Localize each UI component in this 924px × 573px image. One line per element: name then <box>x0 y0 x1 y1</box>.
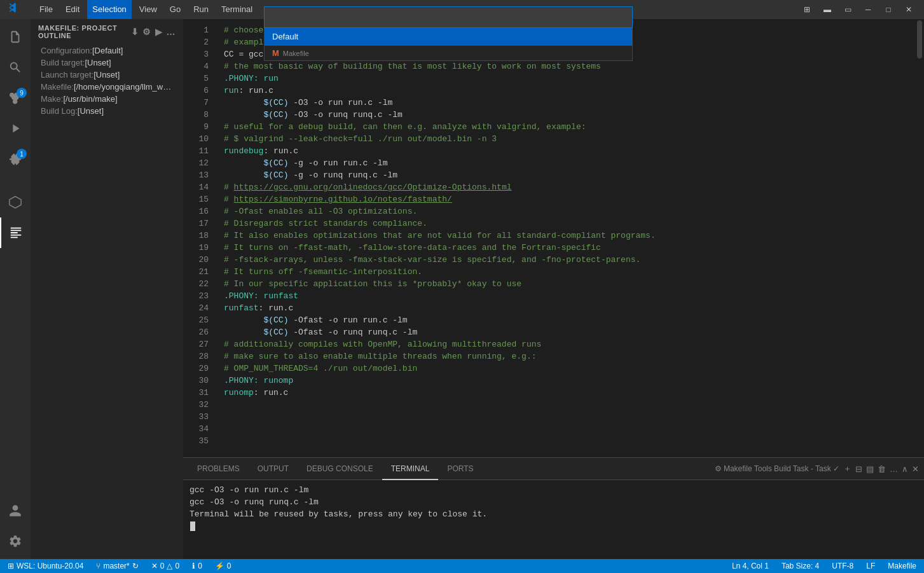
panel-toggle-btn[interactable]: ▭ <box>839 3 857 16</box>
status-language[interactable]: Makefile <box>885 562 919 570</box>
status-info-count: 0 <box>198 562 202 570</box>
activity-bar: 9 1 <box>0 19 31 559</box>
tab-problems[interactable]: PROBLEMS <box>188 458 249 480</box>
terminal-task-label: ⚙ Makefile Tools Build Task - Task ✓ <box>715 464 839 473</box>
code-line-35: runomp: run.c <box>224 387 915 399</box>
tab-output[interactable]: OUTPUT <box>249 458 298 480</box>
maximize-btn[interactable]: □ <box>879 3 897 16</box>
code-line-28: $(CC) -Ofast -o run run.c -lm <box>224 314 915 326</box>
code-line-32: # make sure to also enable multiple thre… <box>224 350 915 362</box>
activity-source-control[interactable]: 9 <box>0 83 31 113</box>
status-encoding[interactable]: UTF-8 <box>829 562 856 570</box>
window-controls: ⊞ ▬ ▭ ─ □ ✕ <box>798 3 918 16</box>
activity-makefile[interactable] <box>0 217 31 248</box>
layout-terminal-icon[interactable]: ▤ <box>866 464 874 474</box>
code-line-26: .PHONY: runfast <box>224 290 915 302</box>
terminal-content[interactable]: gcc -O3 -o run run.c -lm gcc -O3 -o runq… <box>183 480 924 559</box>
code-line-34: .PHONY: runomp <box>224 375 915 387</box>
sidebar-build-log[interactable]: Build Log:[Unset] <box>31 105 183 117</box>
close-terminal-icon[interactable]: ✕ <box>912 464 919 474</box>
sidebar-makefile[interactable]: Makefile:[/home/yongqiang/llm_work/llama… <box>31 81 183 93</box>
minimize-btn[interactable]: ─ <box>859 3 877 16</box>
menu-go[interactable]: Go <box>165 0 186 19</box>
menu-terminal[interactable]: Terminal <box>216 0 258 19</box>
dropdown-item-default[interactable]: Default <box>265 28 632 45</box>
status-cursor-label: Ln 4, Col 1 <box>732 562 769 570</box>
dropdown-list: Default M Makefile <box>264 28 633 61</box>
more-terminal-icon[interactable]: … <box>890 464 898 474</box>
add-terminal-icon[interactable]: ＋ <box>843 463 852 474</box>
code-line-12: # $ valgrind --leak-check=full ./run out… <box>224 133 915 145</box>
extensions-badge: 1 <box>17 149 27 159</box>
menu-edit[interactable]: Edit <box>60 0 85 19</box>
menu-selection[interactable]: Selection <box>87 0 131 19</box>
activity-cmake[interactable] <box>0 187 31 217</box>
editor-content: 1234567891011121314151617181920212223242… <box>183 19 924 457</box>
terminal-line-3: Terminal will be reused by tasks, press … <box>190 508 918 520</box>
build-target-label: Build target: <box>41 58 85 67</box>
activity-account[interactable] <box>0 495 31 526</box>
more-actions-icon[interactable]: … <box>166 27 176 37</box>
status-error-count: 0 <box>160 562 165 570</box>
tab-ports[interactable]: PORTS <box>438 458 482 480</box>
trash-terminal-icon[interactable]: 🗑 <box>878 464 886 474</box>
code-line-24: # It turns off -fsemantic-interposition. <box>224 266 915 278</box>
scrollbar-thumb <box>917 20 922 59</box>
activity-settings[interactable] <box>0 526 31 556</box>
status-branch[interactable]: ⑂ master* ↻ <box>93 562 141 570</box>
sidebar-configuration[interactable]: Configuration:[Default] <box>31 45 183 57</box>
menu-run[interactable]: Run <box>188 0 214 19</box>
editor-scrollbar[interactable] <box>915 19 924 457</box>
status-eol[interactable]: LF <box>864 562 878 570</box>
split-terminal-icon[interactable]: ⊟ <box>855 464 862 474</box>
settings-gear-icon[interactable]: ⚙ <box>142 27 151 37</box>
code-line-9: $(CC) -O3 -o runq runq.c -lm <box>224 109 915 121</box>
source-control-badge: 9 <box>17 88 27 98</box>
terminal-tabs: PROBLEMS OUTPUT DEBUG CONSOLE TERMINAL P… <box>183 458 924 480</box>
sidebar-make[interactable]: Make:[/usr/bin/make] <box>31 93 183 105</box>
status-errors[interactable]: ✕ 0 △ 0 <box>149 562 182 570</box>
code-line-17: # https://gcc.gnu.org/onlinedocs/gcc/Opt… <box>224 181 915 193</box>
status-remote[interactable]: ⊞ WSL: Ubuntu-20.04 <box>5 562 86 570</box>
sidebar-toggle-btn[interactable]: ▬ <box>818 3 836 16</box>
dropdown-input[interactable] <box>264 19 633 28</box>
code-line-15: $(CC) -g -o runq runq.c -lm <box>224 169 915 181</box>
terminal-cursor-line <box>190 520 918 532</box>
menu-view[interactable]: View <box>134 0 162 19</box>
warning-icon: △ <box>167 562 172 570</box>
activity-extensions[interactable]: 1 <box>0 144 31 174</box>
activity-explorer[interactable] <box>0 22 31 52</box>
download-icon[interactable]: ⬇ <box>131 27 139 37</box>
code-line-23: # -fstack-arrays, unless -fmax-stack-var… <box>224 254 915 266</box>
activity-run[interactable] <box>0 113 31 144</box>
info-icon: ℹ <box>192 562 195 570</box>
status-remote-label: WSL: Ubuntu-20.04 <box>17 562 83 570</box>
sidebar-header: MAKEFILE: PROJECT OUTLINE ⬇ ⚙ ▶ … <box>31 19 183 42</box>
play-icon[interactable]: ▶ <box>155 27 163 37</box>
status-port[interactable]: ⚡ 0 <box>212 562 234 570</box>
tab-debug-console[interactable]: DEBUG CONSOLE <box>298 458 382 480</box>
status-cursor[interactable]: Ln 4, Col 1 <box>729 562 771 570</box>
code-line-22: # It turns on -ffast-math, -fallow-store… <box>224 242 915 254</box>
sidebar-build-target[interactable]: Build target:[Unset] <box>31 57 183 69</box>
terminal-line-1: gcc -O3 -o run run.c -lm <box>190 484 918 496</box>
code-content[interactable]: # choose your compiler, e.g. gcc/clang# … <box>214 19 915 457</box>
code-line-31: # additionally compiles with OpenMP, all… <box>224 338 915 350</box>
activity-search[interactable] <box>0 52 31 83</box>
remote-icon: ⊞ <box>8 562 14 570</box>
layout-btn[interactable]: ⊞ <box>798 3 816 16</box>
dropdown-container: Default M Makefile <box>264 19 633 61</box>
config-value: [Default] <box>92 46 123 55</box>
status-encoding-label: UTF-8 <box>832 562 853 570</box>
close-btn[interactable]: ✕ <box>900 3 918 16</box>
collapse-terminal-icon[interactable]: ∧ <box>902 464 908 474</box>
code-line-25: # In our specific application this is *p… <box>224 278 915 290</box>
tab-terminal[interactable]: TERMINAL <box>382 458 439 480</box>
status-tab-size[interactable]: Tab Size: 4 <box>779 562 822 570</box>
menu-file[interactable]: File <box>34 0 58 19</box>
vscode-logo <box>6 2 22 17</box>
error-icon: ✕ <box>151 562 158 570</box>
makefile-m-icon: M <box>272 48 279 58</box>
sidebar-launch-target[interactable]: Launch target:[Unset] <box>31 69 183 81</box>
status-info[interactable]: ℹ 0 <box>190 562 205 570</box>
